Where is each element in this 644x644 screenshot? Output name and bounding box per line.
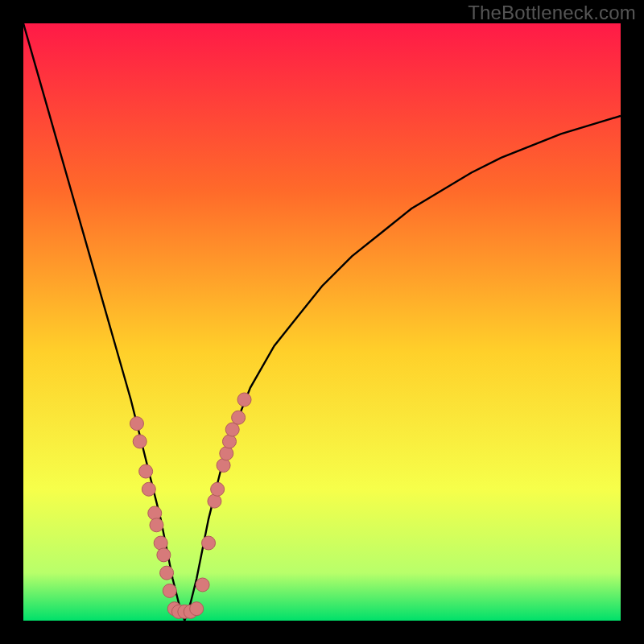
scatter-dot [163, 584, 176, 597]
scatter-dot [232, 411, 246, 424]
scatter-dot [190, 602, 204, 616]
scatter-dot [139, 464, 153, 478]
scatter-dot [150, 518, 163, 532]
watermark-text: TheBottleneck.com [468, 2, 636, 24]
scatter-dot [196, 578, 209, 592]
scatter-dot [133, 435, 147, 448]
scatter-dot [148, 506, 162, 520]
scatter-dot [154, 536, 167, 550]
scatter-dot [217, 459, 230, 473]
gradient-background [23, 23, 621, 621]
scatter-dot [160, 566, 174, 580]
chart-stage: TheBottleneck.com [0, 0, 644, 644]
scatter-dot [130, 417, 143, 431]
scatter-dot [157, 548, 171, 562]
scatter-dot [211, 482, 225, 496]
scatter-dot [142, 482, 155, 496]
scatter-dot [202, 536, 216, 550]
scatter-dot [237, 393, 251, 407]
bottleneck-chart [23, 23, 621, 621]
plot-frame [23, 23, 621, 621]
scatter-dot [220, 447, 233, 460]
scatter-dot [208, 494, 221, 508]
scatter-dot [222, 435, 236, 448]
scatter-dot [225, 423, 239, 436]
